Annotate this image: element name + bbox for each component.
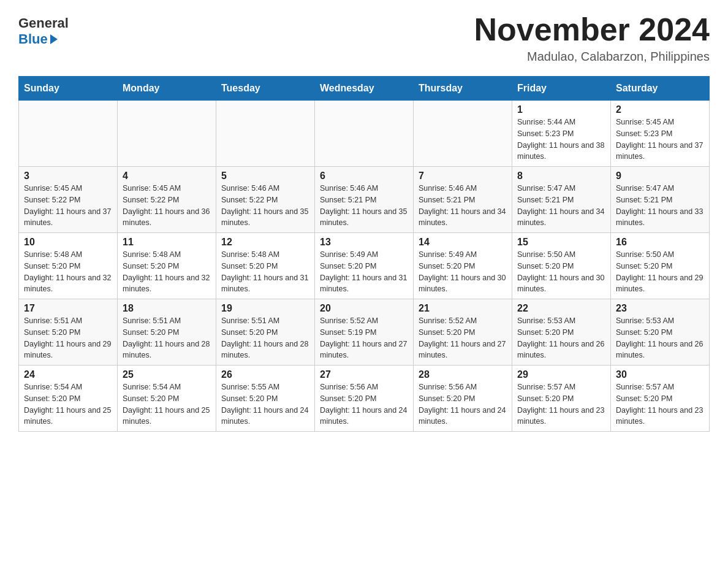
day-number: 17 bbox=[24, 303, 112, 314]
calendar-day-header: Wednesday bbox=[315, 77, 414, 101]
calendar-day-cell: 13Sunrise: 5:49 AMSunset: 5:20 PMDayligh… bbox=[315, 233, 414, 299]
calendar-day-cell: 28Sunrise: 5:56 AMSunset: 5:20 PMDayligh… bbox=[414, 366, 512, 432]
calendar-day-cell: 26Sunrise: 5:55 AMSunset: 5:20 PMDayligh… bbox=[216, 366, 315, 432]
calendar-day-cell: 19Sunrise: 5:51 AMSunset: 5:20 PMDayligh… bbox=[216, 299, 315, 366]
day-number: 15 bbox=[517, 237, 605, 248]
day-info: Sunrise: 5:53 AMSunset: 5:20 PMDaylight:… bbox=[517, 315, 605, 361]
calendar-week-row: 24Sunrise: 5:54 AMSunset: 5:20 PMDayligh… bbox=[19, 366, 710, 432]
day-info: Sunrise: 5:52 AMSunset: 5:20 PMDaylight:… bbox=[419, 315, 507, 361]
day-number: 8 bbox=[517, 170, 605, 182]
calendar-day-cell: 1Sunrise: 5:44 AMSunset: 5:23 PMDaylight… bbox=[512, 101, 611, 167]
title-area: November 2024 Madulao, Calabarzon, Phili… bbox=[474, 12, 710, 64]
calendar-day-cell: 20Sunrise: 5:52 AMSunset: 5:19 PMDayligh… bbox=[315, 299, 414, 366]
day-info: Sunrise: 5:51 AMSunset: 5:20 PMDaylight:… bbox=[24, 315, 112, 361]
calendar-week-row: 3Sunrise: 5:45 AMSunset: 5:22 PMDaylight… bbox=[19, 167, 710, 233]
calendar-week-row: 1Sunrise: 5:44 AMSunset: 5:23 PMDaylight… bbox=[19, 101, 710, 167]
calendar-header-row: SundayMondayTuesdayWednesdayThursdayFrid… bbox=[19, 77, 710, 101]
day-info: Sunrise: 5:44 AMSunset: 5:23 PMDaylight:… bbox=[517, 117, 605, 163]
day-number: 27 bbox=[320, 369, 408, 380]
calendar-day-cell: 9Sunrise: 5:47 AMSunset: 5:21 PMDaylight… bbox=[611, 167, 710, 233]
calendar-day-cell: 11Sunrise: 5:48 AMSunset: 5:20 PMDayligh… bbox=[118, 233, 216, 299]
day-info: Sunrise: 5:47 AMSunset: 5:21 PMDaylight:… bbox=[616, 183, 704, 229]
calendar-day-cell: 12Sunrise: 5:48 AMSunset: 5:20 PMDayligh… bbox=[216, 233, 315, 299]
day-number: 14 bbox=[419, 237, 507, 248]
month-year-title: November 2024 bbox=[474, 12, 710, 47]
location-subtitle: Madulao, Calabarzon, Philippines bbox=[474, 50, 710, 64]
calendar-day-cell: 6Sunrise: 5:46 AMSunset: 5:21 PMDaylight… bbox=[315, 167, 414, 233]
calendar-day-cell: 2Sunrise: 5:45 AMSunset: 5:23 PMDaylight… bbox=[611, 101, 710, 167]
calendar-day-header: Thursday bbox=[414, 77, 512, 101]
day-number: 7 bbox=[419, 170, 507, 182]
calendar-day-header: Sunday bbox=[19, 77, 118, 101]
day-info: Sunrise: 5:50 AMSunset: 5:20 PMDaylight:… bbox=[616, 249, 704, 295]
calendar-day-cell: 14Sunrise: 5:49 AMSunset: 5:20 PMDayligh… bbox=[414, 233, 512, 299]
calendar-day-header: Tuesday bbox=[216, 77, 315, 101]
day-number: 23 bbox=[616, 303, 704, 314]
day-info: Sunrise: 5:49 AMSunset: 5:20 PMDaylight:… bbox=[320, 249, 408, 295]
day-number: 9 bbox=[616, 170, 704, 182]
day-info: Sunrise: 5:57 AMSunset: 5:20 PMDaylight:… bbox=[616, 381, 704, 427]
calendar-day-cell: 29Sunrise: 5:57 AMSunset: 5:20 PMDayligh… bbox=[512, 366, 611, 432]
day-number: 30 bbox=[616, 369, 704, 380]
calendar-day-cell: 16Sunrise: 5:50 AMSunset: 5:20 PMDayligh… bbox=[611, 233, 710, 299]
calendar-day-cell: 4Sunrise: 5:45 AMSunset: 5:22 PMDaylight… bbox=[118, 167, 216, 233]
day-info: Sunrise: 5:49 AMSunset: 5:20 PMDaylight:… bbox=[419, 249, 507, 295]
day-number: 2 bbox=[616, 104, 704, 115]
day-info: Sunrise: 5:54 AMSunset: 5:20 PMDaylight:… bbox=[24, 381, 112, 427]
day-info: Sunrise: 5:46 AMSunset: 5:22 PMDaylight:… bbox=[221, 183, 309, 229]
page-header: General Blue November 2024 Madulao, Cala… bbox=[18, 12, 710, 64]
day-number: 24 bbox=[24, 369, 112, 380]
day-number: 4 bbox=[123, 170, 211, 182]
calendar-day-cell bbox=[414, 101, 512, 167]
day-info: Sunrise: 5:46 AMSunset: 5:21 PMDaylight:… bbox=[320, 183, 408, 229]
day-number: 18 bbox=[123, 303, 211, 314]
day-number: 29 bbox=[517, 369, 605, 380]
calendar-week-row: 17Sunrise: 5:51 AMSunset: 5:20 PMDayligh… bbox=[19, 299, 710, 366]
day-info: Sunrise: 5:47 AMSunset: 5:21 PMDaylight:… bbox=[517, 183, 605, 229]
calendar-table: SundayMondayTuesdayWednesdayThursdayFrid… bbox=[18, 76, 710, 432]
calendar-day-cell: 8Sunrise: 5:47 AMSunset: 5:21 PMDaylight… bbox=[512, 167, 611, 233]
calendar-day-header: Saturday bbox=[611, 77, 710, 101]
day-info: Sunrise: 5:56 AMSunset: 5:20 PMDaylight:… bbox=[419, 381, 507, 427]
day-number: 19 bbox=[221, 303, 309, 314]
day-info: Sunrise: 5:53 AMSunset: 5:20 PMDaylight:… bbox=[616, 315, 704, 361]
calendar-day-cell bbox=[315, 101, 414, 167]
day-info: Sunrise: 5:45 AMSunset: 5:23 PMDaylight:… bbox=[616, 117, 704, 163]
day-number: 21 bbox=[419, 303, 507, 314]
day-info: Sunrise: 5:51 AMSunset: 5:20 PMDaylight:… bbox=[221, 315, 309, 361]
day-info: Sunrise: 5:55 AMSunset: 5:20 PMDaylight:… bbox=[221, 381, 309, 427]
day-info: Sunrise: 5:57 AMSunset: 5:20 PMDaylight:… bbox=[517, 381, 605, 427]
calendar-day-cell: 23Sunrise: 5:53 AMSunset: 5:20 PMDayligh… bbox=[611, 299, 710, 366]
day-info: Sunrise: 5:48 AMSunset: 5:20 PMDaylight:… bbox=[24, 249, 112, 295]
day-info: Sunrise: 5:54 AMSunset: 5:20 PMDaylight:… bbox=[123, 381, 211, 427]
logo-general-text: General bbox=[18, 15, 69, 31]
day-number: 1 bbox=[517, 104, 605, 115]
calendar-day-cell: 7Sunrise: 5:46 AMSunset: 5:21 PMDaylight… bbox=[414, 167, 512, 233]
calendar-day-cell bbox=[118, 101, 216, 167]
calendar-day-cell: 25Sunrise: 5:54 AMSunset: 5:20 PMDayligh… bbox=[118, 366, 216, 432]
day-number: 10 bbox=[24, 237, 112, 248]
day-info: Sunrise: 5:45 AMSunset: 5:22 PMDaylight:… bbox=[123, 183, 211, 229]
calendar-day-cell: 30Sunrise: 5:57 AMSunset: 5:20 PMDayligh… bbox=[611, 366, 710, 432]
calendar-day-cell: 15Sunrise: 5:50 AMSunset: 5:20 PMDayligh… bbox=[512, 233, 611, 299]
calendar-day-cell: 21Sunrise: 5:52 AMSunset: 5:20 PMDayligh… bbox=[414, 299, 512, 366]
calendar-day-cell: 17Sunrise: 5:51 AMSunset: 5:20 PMDayligh… bbox=[19, 299, 118, 366]
day-info: Sunrise: 5:46 AMSunset: 5:21 PMDaylight:… bbox=[419, 183, 507, 229]
day-number: 5 bbox=[221, 170, 309, 182]
day-info: Sunrise: 5:48 AMSunset: 5:20 PMDaylight:… bbox=[221, 249, 309, 295]
logo-triangle-icon bbox=[50, 34, 58, 44]
day-number: 6 bbox=[320, 170, 408, 182]
day-info: Sunrise: 5:45 AMSunset: 5:22 PMDaylight:… bbox=[24, 183, 112, 229]
calendar-day-cell: 18Sunrise: 5:51 AMSunset: 5:20 PMDayligh… bbox=[118, 299, 216, 366]
calendar-day-cell: 3Sunrise: 5:45 AMSunset: 5:22 PMDaylight… bbox=[19, 167, 118, 233]
day-number: 16 bbox=[616, 237, 704, 248]
day-number: 25 bbox=[123, 369, 211, 380]
calendar-day-cell: 27Sunrise: 5:56 AMSunset: 5:20 PMDayligh… bbox=[315, 366, 414, 432]
calendar-week-row: 10Sunrise: 5:48 AMSunset: 5:20 PMDayligh… bbox=[19, 233, 710, 299]
calendar-day-cell: 10Sunrise: 5:48 AMSunset: 5:20 PMDayligh… bbox=[19, 233, 118, 299]
day-number: 26 bbox=[221, 369, 309, 380]
day-number: 13 bbox=[320, 237, 408, 248]
day-info: Sunrise: 5:50 AMSunset: 5:20 PMDaylight:… bbox=[517, 249, 605, 295]
day-info: Sunrise: 5:48 AMSunset: 5:20 PMDaylight:… bbox=[123, 249, 211, 295]
calendar-day-cell bbox=[19, 101, 118, 167]
